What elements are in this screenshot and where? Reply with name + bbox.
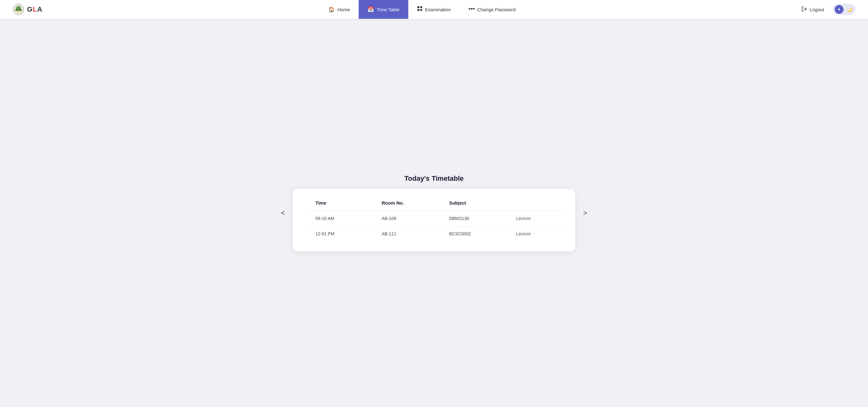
- brand-logo-icon: [12, 3, 25, 15]
- timetable-section: < Today's Timetable Time Room No. Subjec…: [293, 175, 575, 251]
- timetable-table: Time Room No. Subject 09-10 AMAB-108DBMS…: [305, 198, 563, 241]
- navbar-right: Logout ✦ 🌙: [802, 4, 856, 15]
- svg-point-6: [18, 10, 20, 11]
- nav-item-examination[interactable]: Examination: [408, 0, 460, 19]
- brand: GLA: [12, 3, 42, 15]
- logout-label: Logout: [810, 7, 824, 12]
- grid-icon: [417, 6, 423, 13]
- logout-button[interactable]: Logout: [802, 6, 824, 13]
- cell-subject: BCSC0002: [444, 226, 511, 242]
- svg-point-11: [468, 8, 470, 10]
- col-header-type: [511, 198, 563, 211]
- theme-sun-button[interactable]: ✦: [835, 5, 843, 14]
- nav-item-change-password[interactable]: Change Password: [460, 0, 525, 19]
- nav-item-home[interactable]: 🏠 Home: [319, 0, 359, 19]
- cell-type: Lecture: [511, 226, 563, 242]
- svg-point-12: [471, 8, 472, 10]
- cell-subject: DBMS130: [444, 211, 511, 226]
- navbar-nav: 🏠 Home 📅 Time Table Examination: [42, 0, 802, 19]
- cell-room: AB-111: [377, 226, 444, 242]
- svg-rect-8: [420, 6, 422, 8]
- timetable-card: Time Room No. Subject 09-10 AMAB-108DBMS…: [293, 189, 575, 251]
- brand-text: GLA: [27, 5, 42, 13]
- calendar-icon: 📅: [368, 6, 374, 13]
- home-icon: 🏠: [328, 6, 335, 13]
- main-content: < Today's Timetable Time Room No. Subjec…: [0, 19, 868, 407]
- svg-point-5: [19, 7, 20, 8]
- nav-label-change-password: Change Password: [477, 7, 516, 12]
- svg-rect-7: [417, 6, 419, 8]
- col-header-time: Time: [305, 198, 377, 211]
- svg-rect-9: [417, 9, 419, 11]
- svg-rect-10: [420, 9, 422, 11]
- col-header-subject: Subject: [444, 198, 511, 211]
- svg-point-13: [473, 8, 474, 10]
- cell-time: 09-10 AM: [305, 211, 377, 226]
- table-header-row: Time Room No. Subject: [305, 198, 563, 211]
- col-header-room: Room No.: [377, 198, 444, 211]
- cell-room: AB-108: [377, 211, 444, 226]
- svg-point-4: [17, 7, 18, 8]
- nav-label-examination: Examination: [425, 7, 451, 12]
- theme-toggle[interactable]: ✦ 🌙: [833, 4, 856, 15]
- next-arrow-button[interactable]: >: [579, 207, 591, 220]
- table-row: 09-10 AMAB-108DBMS130Lecture: [305, 211, 563, 226]
- cell-type: Lecture: [511, 211, 563, 226]
- timetable-title: Today's Timetable: [293, 175, 575, 183]
- nav-label-timetable: Time Table: [377, 7, 400, 12]
- navbar: GLA 🏠 Home 📅 Time Table Examination: [0, 0, 868, 19]
- nav-label-home: Home: [337, 7, 350, 12]
- prev-arrow-button[interactable]: <: [277, 207, 289, 220]
- nav-item-timetable[interactable]: 📅 Time Table: [359, 0, 408, 19]
- password-icon: [468, 6, 475, 12]
- theme-moon-button[interactable]: 🌙: [845, 5, 854, 14]
- logout-icon: [802, 6, 807, 13]
- cell-time: 12-01 PM: [305, 226, 377, 242]
- table-row: 12-01 PMAB-111BCSC0002Lecture: [305, 226, 563, 242]
